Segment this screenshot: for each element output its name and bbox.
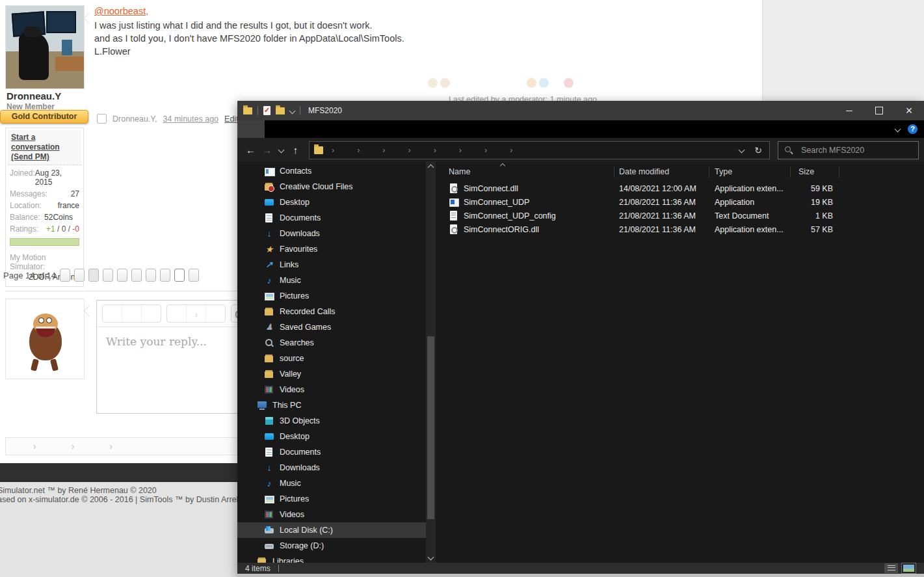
post-select-checkbox[interactable] [97, 114, 107, 124]
mention-link-noorbeast[interactable]: @noorbeast, [94, 6, 148, 16]
nav-tree-item[interactable]: Downloads [237, 460, 426, 476]
details-view-button[interactable] [884, 563, 898, 573]
refresh-icon[interactable]: ↻ [754, 145, 762, 155]
nav-tree-item[interactable]: Local Disk (C:) [237, 522, 426, 538]
help-icon[interactable]: ? [908, 124, 917, 134]
nav-tree-item[interactable]: Music [237, 273, 426, 288]
address-path-segment[interactable] [351, 146, 376, 155]
nav-tree-item[interactable]: Documents [237, 444, 426, 460]
address-path-segment[interactable] [453, 146, 479, 155]
font-button[interactable] [186, 305, 205, 322]
address-dropdown-chevron-icon[interactable] [739, 147, 745, 154]
qat-customize-chevron-icon[interactable] [289, 107, 296, 114]
ribbon-tab[interactable] [265, 120, 292, 138]
nav-tree-item[interactable]: Contacts [237, 163, 426, 179]
nav-tree-item[interactable]: This PC [237, 397, 426, 413]
qat-new-folder-icon[interactable] [276, 107, 285, 114]
reaction-icon[interactable] [440, 78, 450, 88]
scroll-down-icon[interactable] [428, 554, 434, 561]
address-path-segment[interactable] [504, 146, 529, 155]
breadcrumb-item[interactable] [24, 441, 62, 451]
search-box[interactable] [778, 141, 919, 159]
column-header-size[interactable]: Size [791, 167, 839, 178]
reaction-icon[interactable] [465, 78, 475, 88]
column-header-type[interactable]: Type [709, 167, 791, 178]
nav-tree-item[interactable]: Music [237, 476, 426, 491]
page-button[interactable] [88, 269, 99, 282]
large-icons-view-button[interactable] [901, 563, 916, 574]
search-input[interactable] [800, 145, 912, 155]
reaction-icon[interactable] [502, 78, 512, 88]
reaction-icon[interactable] [477, 78, 487, 88]
address-path-segment[interactable] [428, 146, 453, 155]
ribbon-tab[interactable] [319, 120, 347, 138]
nav-tree-item[interactable]: Videos [237, 507, 426, 522]
format-button[interactable] [122, 305, 141, 322]
edit-link[interactable]: Edit [224, 114, 239, 124]
nav-scrollbar[interactable] [426, 162, 436, 563]
page-button[interactable] [189, 269, 199, 282]
nav-tree-item[interactable]: 3D Objects [237, 413, 426, 429]
page-button[interactable] [160, 269, 170, 282]
close-button[interactable]: × [894, 101, 924, 120]
address-path-segment[interactable] [376, 146, 402, 155]
column-header-date-modified[interactable]: Date modified [614, 167, 709, 178]
format-button[interactable] [103, 305, 122, 322]
nav-tree-item[interactable]: Desktop [237, 429, 426, 444]
font-button[interactable] [205, 305, 225, 322]
nav-tree-item[interactable]: Desktop [237, 195, 426, 210]
ribbon-tab[interactable] [237, 120, 265, 138]
pm-link-line1[interactable]: Start a conversation [11, 133, 78, 152]
byline-timestamp-link[interactable]: 34 minutes ago [163, 114, 218, 124]
file-row[interactable]: SimConnect_UDP 21/08/2021 11:36 AM Appli… [436, 195, 924, 209]
qat-properties-icon[interactable] [263, 106, 271, 115]
file-row[interactable]: SimConnect_UDP_config 21/08/2021 11:36 A… [436, 209, 924, 222]
explorer-titlebar[interactable]: MFS2020 × [237, 101, 924, 120]
reaction-icon[interactable] [539, 78, 549, 88]
reaction-icon[interactable] [490, 78, 499, 88]
address-path-segment[interactable] [403, 146, 428, 155]
forward-button[interactable]: → [259, 144, 275, 155]
page-button[interactable] [117, 269, 127, 282]
page-button[interactable] [60, 269, 70, 282]
page-button[interactable] [103, 269, 113, 282]
nav-tree-item[interactable]: Pictures [237, 288, 426, 304]
reaction-icon[interactable] [527, 78, 536, 88]
expand-ribbon-chevron-icon[interactable] [895, 126, 901, 133]
nav-tree-item[interactable]: Documents [237, 210, 426, 226]
reaction-icon[interactable] [428, 78, 438, 88]
nav-tree-item[interactable]: Creative Cloud Files [237, 179, 426, 195]
up-button[interactable]: ↑ [287, 144, 304, 155]
scroll-up-icon[interactable] [428, 165, 434, 171]
reaction-icon[interactable] [514, 78, 524, 88]
page-button[interactable] [74, 269, 85, 282]
reaction-icon[interactable] [551, 78, 561, 88]
scrollbar-thumb[interactable] [427, 336, 434, 519]
nav-tree-item[interactable]: Libraries [237, 554, 426, 563]
page-button[interactable] [131, 269, 142, 282]
font-button[interactable] [167, 305, 186, 322]
user-avatar-photo[interactable] [5, 5, 85, 89]
back-button[interactable]: ← [243, 144, 259, 155]
pm-link-line2[interactable]: (Send PM) [11, 152, 78, 162]
nav-tree-item[interactable]: Searches [237, 335, 426, 351]
address-path-segment[interactable] [326, 146, 351, 155]
nav-tree-item[interactable]: source [237, 351, 426, 366]
maximize-button[interactable] [864, 101, 894, 120]
page-button[interactable] [174, 269, 185, 282]
breadcrumb-item[interactable] [100, 441, 139, 451]
minimize-button[interactable] [834, 101, 864, 120]
nav-tree-item[interactable]: Links [237, 257, 426, 273]
file-row[interactable]: SimConnect.dll 14/08/2021 12:00 AM Appli… [436, 181, 924, 195]
byline-username[interactable]: Dronneau.Y, [112, 114, 157, 124]
nav-tree-item[interactable]: Videos [237, 382, 426, 397]
column-header-name[interactable]: Name [436, 167, 614, 178]
nav-tree-item[interactable]: Favourites [237, 241, 426, 257]
recent-locations-chevron-icon[interactable] [278, 147, 285, 154]
nav-tree-item[interactable]: Downloads [237, 226, 426, 241]
post-author-username[interactable]: Dronneau.Y [7, 90, 61, 101]
address-bar[interactable]: ↻ [309, 141, 770, 159]
start-conversation-link[interactable]: Start a conversation (Send PM) [8, 130, 81, 165]
reaction-icon[interactable] [564, 78, 574, 88]
nav-tree-item[interactable]: Storage (D:) [237, 538, 426, 554]
